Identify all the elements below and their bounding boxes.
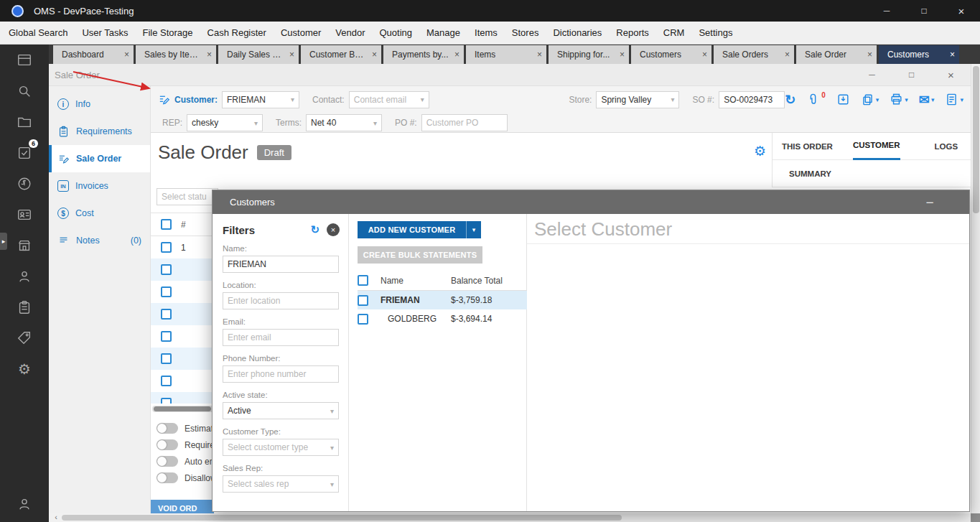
menu-item-file-storage[interactable]: File Storage [135,22,200,45]
add-new-customer-menu-button[interactable]: ▾ [466,221,481,238]
tab-logs[interactable]: LOGS [935,133,958,160]
tab-close-icon[interactable]: × [946,50,955,60]
status-filter-dropdown[interactable]: Select statu [157,188,218,205]
sidebar-store-icon[interactable] [0,230,49,261]
row-checkbox[interactable] [161,376,172,386]
menu-item-settings[interactable]: Settings [691,22,739,45]
minimize-button[interactable]: ─ [915,197,944,208]
sidebar-tasks-icon[interactable]: 6 [0,137,49,168]
tab-shipping-for[interactable]: Shipping for...× [549,45,629,64]
menu-item-crm[interactable]: CRM [656,22,692,45]
tab-sale-order[interactable]: Sale Order× [796,45,877,64]
tab-close-icon[interactable]: × [698,50,707,60]
minimize-button[interactable]: ─ [868,0,905,22]
nav-item-requirements[interactable]: Requirements [49,118,150,145]
terms-dropdown[interactable]: Net 40 ▾ [306,114,382,131]
tab-close-icon[interactable]: × [450,50,459,60]
nav-item-cost[interactable]: $ Cost [49,200,150,227]
refresh-icon[interactable]: ↻ [310,223,319,236]
location-filter-input[interactable] [223,292,339,309]
tab-items[interactable]: Items× [466,45,546,64]
download-button[interactable] [836,93,850,106]
customer-dropdown[interactable]: FRIEMAN ▾ [222,91,299,108]
tab-customers[interactable]: Customers× [631,45,711,64]
document-button[interactable]: ▾ [945,93,963,106]
tab-sales-by-item[interactable]: Sales by Item...× [136,45,216,64]
row-checkbox[interactable] [161,264,172,275]
nav-item-info[interactable]: i Info [49,90,150,118]
name-filter-input[interactable] [223,256,339,273]
row-checkbox[interactable] [161,309,172,320]
menu-item-quoting[interactable]: Quoting [372,22,419,45]
attachments-button[interactable]: 0 [806,93,826,106]
sidebar-folders-icon[interactable] [0,106,49,137]
customer-row-goldberg[interactable]: GOLDBERG $-3,694.14 [358,309,527,328]
row-checkbox[interactable] [161,286,172,297]
sidebar-dashboard-icon[interactable] [0,45,49,75]
tab-payments-by[interactable]: Payments by...× [383,45,464,64]
sidebar-clipboard-icon[interactable] [0,292,49,322]
row-checkbox[interactable] [161,242,172,253]
horizontal-scrollbar[interactable]: ‹ [49,513,971,522]
scrollbar-thumb[interactable] [154,406,211,411]
menu-item-user-tasks[interactable]: User Tasks [75,22,135,45]
minimize-button[interactable]: ─ [852,64,892,86]
customer-row-frieman[interactable]: FRIEMAN $-3,759.18 [358,291,527,309]
sales-rep-dropdown[interactable]: Select sales rep ▾ [223,475,339,493]
void-order-button[interactable]: VOID ORD [151,500,214,513]
sidebar-settings-icon[interactable]: ⚙ [0,353,49,384]
menu-item-customer[interactable]: Customer [274,22,328,45]
sidebar-contacts-icon[interactable] [0,199,49,230]
menu-item-cash-register[interactable]: Cash Register [200,22,274,45]
select-all-checkbox[interactable] [161,219,172,230]
menu-item-dictionaries[interactable]: Dictionaries [546,22,609,45]
create-bulk-statements-button[interactable]: CREATE BULK STATEMENTS [358,246,482,264]
tab-close-icon[interactable]: × [120,50,129,60]
print-button[interactable]: ▾ [890,93,908,106]
toggle-disallow[interactable] [157,472,178,483]
row-checkbox[interactable] [358,314,368,325]
tab-close-icon[interactable]: × [533,50,542,60]
sidebar-payments-icon[interactable] [0,168,49,199]
clear-filters-icon[interactable]: × [327,223,340,236]
tab-sale-orders[interactable]: Sale Orders× [714,45,794,64]
row-checkbox[interactable] [161,331,172,342]
tab-close-icon[interactable]: × [202,50,212,60]
sidebar-user-icon[interactable] [0,488,49,519]
email-filter-input[interactable] [223,329,339,346]
phone-filter-input[interactable] [223,365,339,383]
tab-customers-active[interactable]: Customers× [879,45,959,64]
so-number-input[interactable] [719,91,785,108]
tab-close-icon[interactable]: × [285,50,294,60]
sidebar-employees-icon[interactable] [0,261,49,292]
row-checkbox[interactable] [161,398,172,404]
tab-this-order[interactable]: THIS ORDER [782,133,833,160]
tab-close-icon[interactable]: × [615,50,625,60]
contact-dropdown[interactable]: Contact email ▾ [349,91,429,108]
tab-close-icon[interactable]: × [863,50,872,60]
add-new-customer-button[interactable]: ADD NEW CUSTOMER [358,221,466,238]
row-checkbox[interactable] [358,295,368,306]
menu-item-vendor[interactable]: Vendor [328,22,372,45]
tab-close-icon[interactable]: × [780,50,790,60]
customer-type-dropdown[interactable]: Select customer type ▾ [223,439,339,456]
toggle-require[interactable] [157,439,178,450]
active-state-dropdown[interactable]: Active ▾ [223,402,339,419]
close-button[interactable]: × [931,64,971,86]
tab-customer[interactable]: CUSTOMER [853,133,900,160]
nav-item-notes[interactable]: Notes (0) [49,227,150,254]
po-number-input[interactable] [421,114,508,131]
scrollbar-thumb[interactable] [973,66,979,213]
scroll-left-arrow-icon[interactable]: ‹ [52,513,60,522]
sidebar-tags-icon[interactable] [0,322,49,353]
copy-button[interactable]: ▾ [861,93,879,106]
restore-button[interactable]: □ [905,0,943,22]
menu-item-reports[interactable]: Reports [609,22,656,45]
close-button[interactable]: × [943,0,980,22]
store-dropdown[interactable]: Spring Valley ▾ [596,91,679,108]
settings-gear-icon[interactable]: ⚙ [754,143,766,159]
menu-item-stores[interactable]: Stores [505,22,546,45]
maximize-button[interactable]: □ [892,64,931,86]
tab-daily-sales[interactable]: Daily Sales Or...× [218,45,299,64]
tab-customer-balance[interactable]: Customer Bal...× [301,45,381,64]
